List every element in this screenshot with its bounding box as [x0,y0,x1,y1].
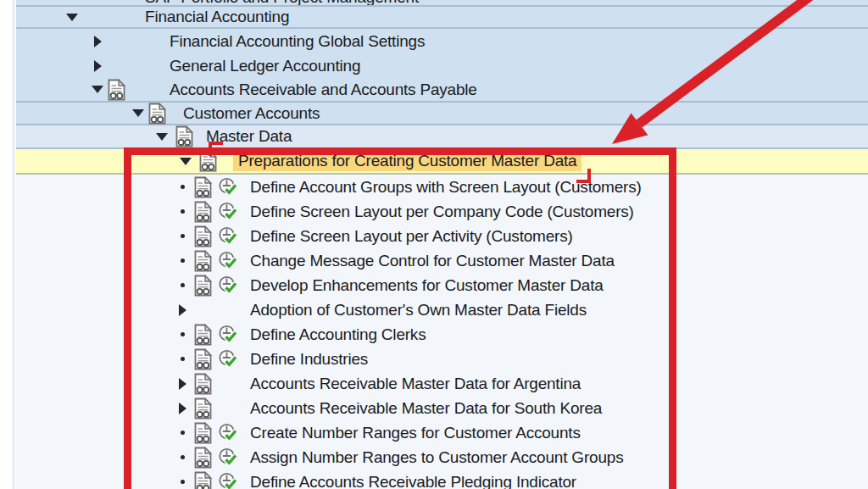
img-activity-icon-slot[interactable] [218,447,239,468]
img-documentation-icon-slot[interactable] [194,225,212,247]
tree-node-row[interactable]: Create Number Ranges for Customer Accoun… [16,420,868,445]
tree-node-label[interactable]: Define Accounting Clerks [250,325,426,344]
img-activity-icon-slot[interactable] [218,471,239,489]
img-activity-icon[interactable] [218,422,239,443]
img-documentation-icon[interactable] [194,275,212,297]
tree-node-label[interactable]: Assign Number Ranges to Customer Account… [250,448,623,467]
img-documentation-icon-slot[interactable] [194,471,212,489]
img-documentation-icon-slot[interactable] [199,150,217,172]
img-documentation-icon-slot[interactable] [148,103,166,125]
tree-node-label[interactable]: Financial Accounting [145,8,289,26]
img-documentation-icon[interactable] [108,79,125,101]
img-documentation-icon[interactable] [194,348,212,370]
img-documentation-icon[interactable] [175,125,193,147]
tree-node-row[interactable]: Assign Number Ranges to Customer Account… [16,445,868,470]
img-activity-icon[interactable] [218,471,239,489]
selected-tree-node-label[interactable]: Preparations for Creating Customer Maste… [233,151,581,171]
tree-node-row[interactable]: Define Accounting Clerks [16,322,868,347]
img-documentation-icon-slot[interactable] [175,125,193,147]
img-activity-icon-slot[interactable] [218,348,239,370]
tree-node-label[interactable]: SAP Portfolio and Project Management [145,0,419,7]
tree-node-row[interactable]: Define Account Groups with Screen Layout… [16,175,868,199]
tree-node-row[interactable]: Accounts Receivable Master Data for Arge… [16,371,868,396]
collapse-toggle-icon[interactable] [91,83,104,97]
tree-node-row[interactable]: Define Accounts Receivable Pledging Indi… [16,470,868,489]
tree-node-row[interactable]: Define Industries [16,347,868,371]
tree-node-row[interactable]: SAP Portfolio and Project Management [16,0,868,7]
img-activity-icon[interactable] [218,275,239,296]
expand-toggle-icon[interactable] [91,35,104,48]
tree-node-row[interactable]: Change Message Control for Customer Mast… [16,248,868,273]
img-documentation-icon[interactable] [194,176,212,198]
tree-node-row[interactable]: Define Screen Layout per Company Code (C… [16,199,868,224]
img-documentation-icon-slot[interactable] [194,348,212,370]
img-documentation-icon[interactable] [194,250,212,272]
img-activity-icon[interactable] [218,250,239,271]
img-documentation-icon-slot[interactable] [108,79,125,101]
img-documentation-icon[interactable] [194,422,212,444]
img-activity-icon-slot[interactable] [218,422,239,443]
collapse-toggle-icon[interactable] [155,130,169,143]
img-documentation-icon-slot[interactable] [194,201,212,223]
img-activity-icon-slot[interactable] [218,275,239,296]
expand-toggle-icon[interactable] [175,402,189,415]
collapse-toggle-icon[interactable] [131,107,145,120]
img-documentation-icon[interactable] [194,324,212,346]
tree-node-row[interactable]: Financial Accounting [16,7,868,29]
tree-node-row[interactable]: Accounts Receivable Master Data for Sout… [16,396,868,420]
img-documentation-icon[interactable] [194,373,212,395]
tree-node-label[interactable]: Financial Accounting Global Settings [170,32,425,51]
tree-node-row[interactable]: Customer Accounts [16,103,868,125]
img-activity-icon-slot[interactable] [218,176,239,197]
expand-toggle-icon[interactable] [175,377,189,391]
img-documentation-icon[interactable] [194,397,212,420]
img-activity-icon[interactable] [218,447,239,468]
collapse-toggle-icon[interactable] [65,10,79,24]
img-documentation-icon[interactable] [199,150,217,172]
img-documentation-icon-slot[interactable] [194,422,212,444]
img-activity-icon-slot[interactable] [218,250,239,271]
img-documentation-icon[interactable] [194,471,212,489]
tree-node-label[interactable]: Accounts Receivable and Accounts Payable [170,81,477,99]
tree-node-label[interactable]: Accounts Receivable Master Data for Arge… [250,375,581,393]
tree-node-label[interactable]: General Ledger Accounting [170,57,360,75]
tree-node-row[interactable]: Accounts Receivable and Accounts Payable [16,78,868,103]
tree-node-label[interactable]: Define Screen Layout per Activity (Custo… [250,227,573,246]
expand-toggle-icon[interactable] [91,59,104,73]
img-documentation-icon[interactable] [148,103,166,125]
tree-node-label[interactable]: Define Account Groups with Screen Layout… [250,178,642,197]
img-documentation-icon-slot[interactable] [194,397,212,420]
img-activity-icon[interactable] [218,348,239,370]
img-documentation-icon-slot[interactable] [194,373,212,395]
img-documentation-icon[interactable] [194,447,212,469]
tree-node-label[interactable]: Create Number Ranges for Customer Accoun… [250,424,581,442]
tree-node-label[interactable]: Change Message Control for Customer Mast… [250,252,615,270]
img-activity-icon-slot[interactable] [218,201,239,222]
img-documentation-icon[interactable] [194,225,212,247]
tree-node-row[interactable]: Master Data [16,125,868,149]
tree-node-label[interactable]: Define Screen Layout per Company Code (C… [250,203,634,221]
tree-node-label[interactable]: Develop Enhancements for Customer Master… [250,276,604,295]
tree-node-label[interactable]: Adoption of Customer's Own Master Data F… [250,301,587,320]
tree-node-label[interactable]: Accounts Receivable Master Data for Sout… [250,399,602,418]
tree-node-row[interactable]: Define Screen Layout per Activity (Custo… [16,224,868,248]
collapse-toggle-icon[interactable] [179,154,192,168]
tree-node-label[interactable]: Define Accounts Receivable Pledging Indi… [250,473,576,489]
img-activity-icon[interactable] [218,176,239,197]
tree-node-label[interactable]: Define Industries [250,350,368,369]
img-activity-icon[interactable] [218,201,239,222]
img-documentation-icon-slot[interactable] [194,447,212,469]
img-documentation-icon-slot[interactable] [194,324,212,346]
expand-toggle-icon[interactable] [175,303,189,317]
tree-node-label[interactable]: Customer Accounts [183,104,320,123]
img-documentation-icon-slot[interactable] [194,275,212,297]
tree-node-label[interactable]: Master Data [206,127,292,146]
tree-node-row[interactable]: Financial Accounting Global Settings [16,29,868,53]
img-activity-icon[interactable] [218,225,239,247]
img-documentation-icon-slot[interactable] [194,250,212,272]
img-activity-icon[interactable] [218,324,239,345]
img-documentation-icon[interactable] [194,201,212,223]
img-activity-icon-slot[interactable] [218,225,239,247]
img-activity-icon-slot[interactable] [218,324,239,345]
tree-node-row[interactable]: Adoption of Customer's Own Master Data F… [16,297,868,322]
